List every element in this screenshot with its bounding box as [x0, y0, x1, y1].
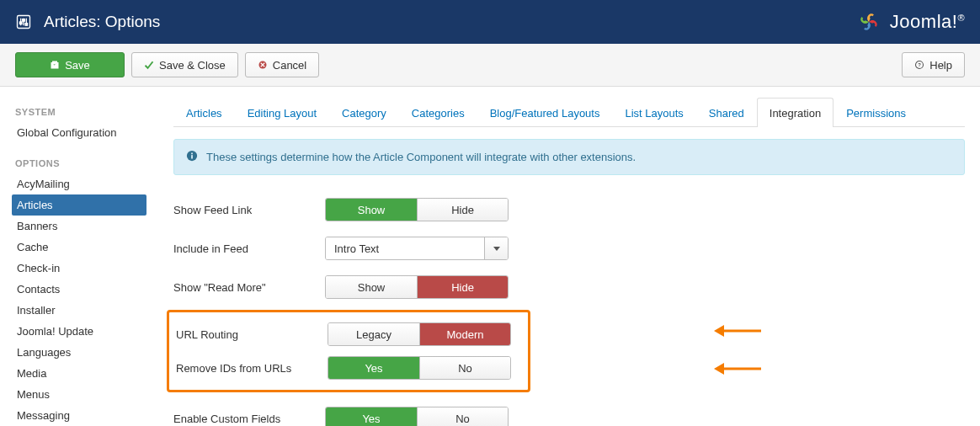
info-icon [186, 150, 198, 164]
svg-rect-9 [191, 153, 193, 155]
toggle-custom-fields[interactable]: Yes No [325, 407, 509, 426]
label-show-read-more: Show "Read More" [173, 281, 325, 294]
sidebar-item-cache[interactable]: Cache [15, 237, 152, 258]
sidebar-item-installer[interactable]: Installer [15, 300, 152, 321]
svg-rect-1 [19, 22, 22, 24]
sidebar-group-options: OPTIONS [15, 158, 152, 168]
tab-blog-featured-layouts[interactable]: Blog/Featured Layouts [477, 98, 613, 127]
arrow-annotation [714, 325, 761, 337]
field-custom-fields: Enable Custom Fields Yes No [173, 399, 965, 426]
label-remove-ids: Remove IDs from URLs [176, 362, 328, 375]
field-remove-ids: Remove IDs from URLs Yes No [169, 351, 521, 385]
joomla-icon [855, 8, 883, 36]
opt-show[interactable]: Show [326, 276, 417, 298]
tab-permissions[interactable]: Permissions [834, 98, 919, 127]
opt-no[interactable]: No [419, 357, 510, 379]
sidebar-item-check-in[interactable]: Check-in [15, 258, 152, 279]
help-label: Help [929, 59, 952, 72]
cancel-button[interactable]: Cancel [245, 52, 319, 77]
opt-yes[interactable]: Yes [326, 407, 417, 426]
help-button[interactable]: ? Help [902, 52, 965, 77]
action-toolbar: Save Save & Close Cancel ? Help [0, 44, 980, 87]
save-button[interactable]: Save [15, 52, 125, 77]
tab-integration[interactable]: Integration [757, 98, 834, 127]
cancel-icon [258, 60, 268, 70]
tab-categories[interactable]: Categories [399, 98, 477, 127]
alert-text: These settings determine how the Article… [206, 151, 636, 163]
opt-no[interactable]: No [417, 407, 508, 426]
sidebar-item-media[interactable]: Media [15, 363, 152, 384]
opt-modern[interactable]: Modern [419, 323, 510, 345]
brand-text: Joomla! [890, 11, 958, 32]
field-url-routing: URL Routing Legacy Modern [169, 317, 521, 351]
page-title: Articles: Options [44, 13, 160, 31]
tab-category[interactable]: Category [329, 98, 399, 127]
toggle-url-routing[interactable]: Legacy Modern [328, 322, 511, 346]
select-value: Intro Text [326, 237, 484, 259]
sidebar-item-languages[interactable]: Languages [15, 342, 152, 363]
sidebar-item-articles[interactable]: Articles [12, 194, 146, 216]
tab-bar: ArticlesEditing LayoutCategoryCategories… [173, 97, 965, 127]
sliders-icon [15, 13, 32, 30]
svg-rect-8 [191, 155, 193, 158]
opt-show[interactable]: Show [326, 199, 417, 221]
chevron-down-icon[interactable] [484, 237, 508, 259]
select-include-in-feed[interactable]: Intro Text [325, 237, 509, 260]
opt-hide[interactable]: Hide [417, 276, 508, 298]
opt-hide[interactable]: Hide [417, 199, 508, 221]
opt-legacy[interactable]: Legacy [328, 323, 419, 345]
sidebar-item-acymailing[interactable]: AcyMailing [15, 173, 152, 194]
sidebar-item-menus[interactable]: Menus [15, 384, 152, 405]
tab-list-layouts[interactable]: List Layouts [612, 98, 695, 127]
sidebar-item-joomla-update[interactable]: Joomla! Update [15, 321, 152, 342]
save-label: Save [65, 59, 90, 72]
sidebar-item-contacts[interactable]: Contacts [15, 279, 152, 300]
sidebar-group-system: SYSTEM [15, 107, 152, 117]
tab-editing-layout[interactable]: Editing Layout [235, 98, 329, 127]
check-icon [50, 60, 60, 70]
svg-rect-3 [25, 24, 28, 26]
main-panel: ArticlesEditing LayoutCategoryCategories… [152, 87, 980, 426]
sidebar: SYSTEM Global Configuration OPTIONS AcyM… [0, 87, 152, 426]
sidebar-item-global-configuration[interactable]: Global Configuration [15, 122, 152, 143]
field-include-in-feed: Include in Feed Intro Text [173, 229, 965, 268]
tab-shared[interactable]: Shared [696, 98, 757, 127]
save-close-label: Save & Close [159, 59, 226, 72]
toggle-show-read-more[interactable]: Show Hide [325, 275, 509, 299]
sidebar-item-messaging[interactable]: Messaging [15, 405, 152, 426]
check-icon [144, 60, 154, 70]
label-custom-fields: Enable Custom Fields [173, 413, 325, 425]
save-close-button[interactable]: Save & Close [131, 52, 238, 77]
label-include-in-feed: Include in Feed [173, 242, 325, 255]
field-show-read-more: Show "Read More" Show Hide [173, 268, 965, 306]
label-show-feed-link: Show Feed Link [173, 204, 325, 216]
field-show-feed-link: Show Feed Link Show Hide [173, 190, 965, 229]
sidebar-item-banners[interactable]: Banners [15, 216, 152, 237]
arrow-annotation [714, 363, 761, 375]
svg-text:?: ? [918, 62, 921, 67]
svg-rect-2 [23, 19, 25, 22]
highlight-annotation: URL Routing Legacy Modern Remove IDs fro… [167, 310, 530, 392]
toggle-show-feed-link[interactable]: Show Hide [325, 198, 509, 221]
cancel-label: Cancel [273, 59, 306, 72]
label-url-routing: URL Routing [176, 328, 328, 341]
toggle-remove-ids[interactable]: Yes No [328, 356, 511, 380]
top-header: Articles: Options Joomla!® [0, 0, 980, 44]
opt-yes[interactable]: Yes [328, 357, 419, 379]
brand-logo: Joomla!® [855, 8, 965, 36]
info-alert: These settings determine how the Article… [173, 139, 965, 175]
tab-articles[interactable]: Articles [173, 98, 235, 127]
help-icon: ? [914, 60, 924, 70]
